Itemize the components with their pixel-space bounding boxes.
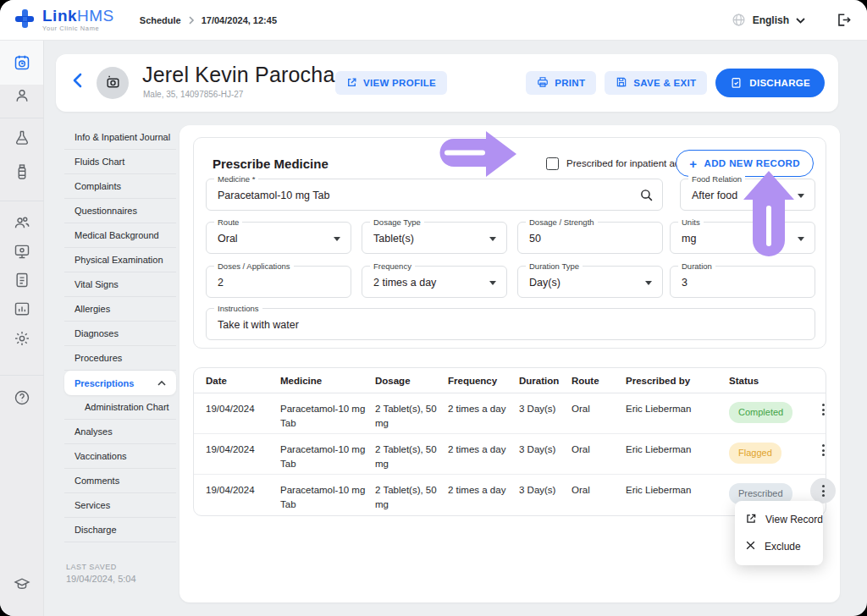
reports-icon[interactable]	[14, 300, 30, 317]
menu-item-diagnoses[interactable]: Diagnoses	[64, 322, 176, 346]
search-icon[interactable]	[639, 188, 654, 206]
cell-route: Oral	[572, 475, 626, 498]
cell-medicine: Paracetamol-10 mg Tab	[280, 475, 375, 513]
duration-type-select[interactable]: Duration Type Day(s)	[517, 266, 663, 298]
link-hms-logo-icon	[14, 8, 36, 33]
chevron-up-icon	[157, 381, 166, 386]
education-icon[interactable]	[14, 575, 30, 592]
cell-date: 19/04/2024	[206, 393, 280, 416]
back-button[interactable]	[73, 73, 82, 91]
cell-duration: 3 Day(s)	[519, 434, 572, 457]
frequency-select[interactable]: Frequency 2 times a day	[362, 266, 507, 298]
prescribe-medicine-form: Prescribe Medicine Prescribed for inpati…	[193, 137, 826, 349]
table-header-row: Date Medicine Dosage Frequency Duration …	[194, 368, 826, 393]
add-new-record-button[interactable]: + ADD NEW RECORD	[676, 150, 814, 177]
brand-logo[interactable]: LinkHMS Your Clinic Name	[14, 8, 114, 33]
patient-section-menu: Info & Inpatient Journal Fluids Chart Co…	[64, 125, 176, 584]
cell-date: 19/04/2024	[206, 475, 280, 498]
save-exit-button[interactable]: SAVE & EXIT	[605, 71, 707, 95]
patient-header-card: Jerel Kevin Parocha Male, 35, 14097856-H…	[56, 54, 838, 112]
globe-icon	[732, 13, 746, 27]
view-profile-button[interactable]: VIEW PROFILE	[335, 71, 447, 95]
chevron-right-icon	[188, 16, 195, 25]
dosage-type-select[interactable]: Dosage Type Tablet(s)	[362, 222, 507, 254]
cell-date: 19/04/2024	[206, 434, 280, 457]
rail-divider	[0, 118, 44, 118]
menu-item-medical-background[interactable]: Medical Background	[64, 223, 176, 248]
menu-item-complaints[interactable]: Complaints	[64, 174, 176, 199]
cell-route: Oral	[572, 393, 626, 416]
menu-item-allergies[interactable]: Allergies	[64, 297, 176, 322]
menu-item-comments[interactable]: Comments	[64, 469, 176, 493]
menu-item-fluids-chart[interactable]: Fluids Chart	[64, 150, 176, 174]
settings-gear-icon[interactable]	[14, 330, 30, 347]
instructions-field[interactable]: Instructions Take it with water	[206, 308, 815, 340]
status-badge: Flagged	[729, 443, 781, 464]
menu-item-administration-chart[interactable]: Administration Chart	[64, 395, 176, 420]
menu-item-analyses[interactable]: Analyses	[64, 420, 176, 444]
medicine-bottle-icon[interactable]	[14, 163, 30, 180]
menu-item-procedures[interactable]: Procedures	[64, 346, 176, 371]
row-menu-button[interactable]	[810, 397, 836, 422]
print-button[interactable]: PRINT	[526, 71, 596, 95]
table-row[interactable]: 19/04/2024 Paracetamol-10 mg Tab 2 Table…	[194, 475, 826, 515]
breadcrumb-current: 17/04/2024, 12:45	[202, 15, 277, 25]
doses-applications-field[interactable]: Doses / Applications 2	[206, 266, 351, 298]
checkbox-icon[interactable]	[546, 157, 559, 170]
logout-icon[interactable]	[836, 12, 852, 28]
cell-dosage: 2 Tablet(s), 50 mg	[375, 475, 448, 513]
lab-icon[interactable]	[14, 129, 30, 146]
units-select[interactable]: Units mg	[670, 222, 815, 254]
menu-item-prescriptions[interactable]: Prescriptions	[64, 371, 176, 395]
cell-medicine: Paracetamol-10 mg Tab	[280, 393, 375, 432]
row-context-menu: View Record Exclude	[735, 501, 823, 565]
cell-frequency: 2 times a day	[448, 434, 519, 457]
route-select[interactable]: Route Oral	[206, 222, 351, 254]
menu-item-vital-signs[interactable]: Vital Signs	[64, 272, 176, 297]
discharge-button[interactable]: DISCHARGE	[715, 69, 825, 97]
icon-rail	[0, 41, 44, 616]
menu-item-services[interactable]: Services	[64, 493, 176, 518]
brand-name-light: HMS	[77, 7, 114, 25]
dropdown-caret-icon	[489, 281, 496, 285]
form-title: Prescribe Medicine	[213, 157, 329, 171]
staff-icon[interactable]	[14, 214, 30, 231]
row-menu-button-active[interactable]	[810, 478, 836, 503]
clipboard-check-icon	[730, 76, 743, 91]
duration-field[interactable]: Duration 3	[670, 266, 815, 298]
breadcrumb-section[interactable]: Schedule	[140, 15, 181, 25]
menu-item-physical-examination[interactable]: Physical Examination	[64, 248, 176, 272]
document-icon[interactable]	[14, 272, 30, 289]
schedule-icon[interactable]	[14, 54, 30, 71]
cell-medicine: Paracetamol-10 mg Tab	[280, 434, 375, 472]
food-relation-select[interactable]: Food Relation After food	[680, 179, 815, 211]
menu-item-vaccinations[interactable]: Vaccinations	[64, 444, 176, 469]
cell-dosage: 2 Tablet(s), 50 mg	[375, 393, 448, 432]
menu-item-questionnaires[interactable]: Questionnaires	[64, 199, 176, 223]
dosage-strength-field[interactable]: Dosage / Strength 50	[517, 222, 663, 254]
top-bar: LinkHMS Your Clinic Name Schedule 17/04/…	[0, 0, 867, 41]
brand-name-bold: Link	[42, 7, 77, 25]
cell-dosage: 2 Tablet(s), 50 mg	[375, 434, 448, 472]
table-row[interactable]: 19/04/2024 Paracetamol-10 mg Tab 2 Table…	[194, 393, 826, 434]
breadcrumb: Schedule 17/04/2024, 12:45	[140, 15, 277, 25]
language-selector[interactable]: English	[732, 13, 805, 27]
x-icon	[745, 540, 756, 553]
context-menu-exclude[interactable]: Exclude	[735, 533, 823, 560]
external-link-icon	[346, 77, 357, 90]
status-badge: Completed	[729, 402, 792, 423]
patient-icon[interactable]	[14, 87, 30, 104]
help-icon[interactable]	[14, 389, 30, 406]
workstation-icon[interactable]	[14, 243, 30, 260]
table-row[interactable]: 19/04/2024 Paracetamol-10 mg Tab 2 Table…	[194, 434, 826, 475]
language-label: English	[753, 14, 789, 26]
row-menu-button[interactable]	[810, 437, 836, 463]
menu-item-discharge[interactable]: Discharge	[64, 518, 176, 542]
camera-plus-icon	[105, 74, 121, 93]
patient-photo-button[interactable]	[97, 67, 129, 99]
menu-item-info-inpatient-journal[interactable]: Info & Inpatient Journal	[64, 125, 176, 150]
rail-divider	[0, 201, 44, 201]
medicine-field[interactable]: Medicine * Paracetamol-10 mg Tab	[206, 179, 663, 211]
context-menu-view-record[interactable]: View Record	[735, 506, 823, 533]
app-screen: LinkHMS Your Clinic Name Schedule 17/04/…	[0, 0, 867, 616]
